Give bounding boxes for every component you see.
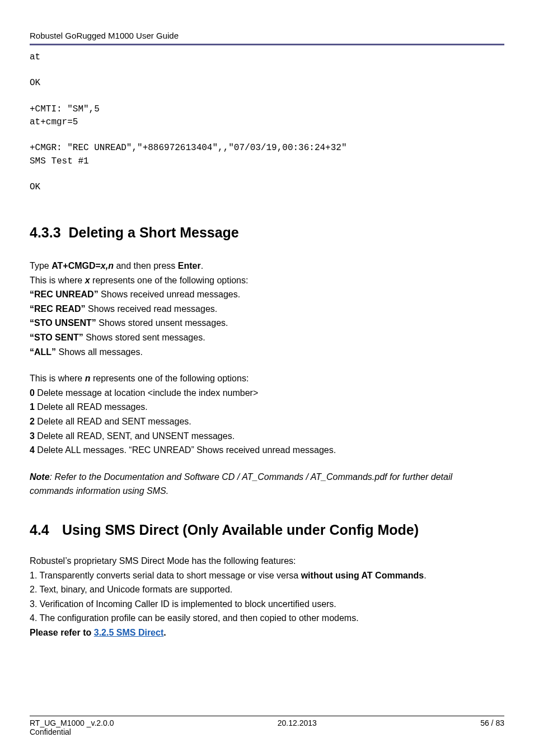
option-line: “STO SENT” Shows stored sent messages. [30, 330, 504, 345]
heading-4-3-3: 4.3.3 Deleting a Short Message [30, 225, 504, 241]
x-options: “REC UNREAD” Shows received unread messa… [30, 287, 504, 359]
option-line: “REC READ” Shows received read messages. [30, 302, 504, 316]
body-4-3-3: Type AT+CMGD=x,n and then press Enter. T… [30, 259, 504, 498]
type-line: Type AT+CMGD=x,n and then press Enter. [30, 259, 504, 273]
x-intro: This is where x represents one of the fo… [30, 273, 504, 288]
heading-title: Using SMS Direct (Only Available under C… [62, 522, 419, 538]
option-line: “ALL” Shows all messages. [30, 345, 504, 360]
page-footer: RT_UG_M1000 _v.2.0.0 20.12.2013 56 / 83 … [30, 716, 504, 736]
option-line: 4 Delete ALL messages. “REC UNREAD” Show… [30, 443, 504, 458]
option-line: 2 Delete all READ and SENT messages. [30, 414, 504, 429]
footer-right: 56 / 83 [480, 718, 504, 727]
note-line-1: Note: Refer to the Documentation and Sof… [30, 470, 504, 484]
feature-1: 1. Transparently converts serial data to… [30, 568, 504, 583]
heading-4-4: 4.4Using SMS Direct (Only Available unde… [30, 522, 504, 538]
heading-number: 4.3.3 [30, 225, 61, 240]
page: Robustel GoRugged M1000 User Guide at OK… [0, 0, 534, 756]
option-line: 3 Delete all READ, SENT, and UNSENT mess… [30, 429, 504, 444]
feature-4: 4. The configuration profile can be easi… [30, 611, 504, 626]
n-intro: This is where n represents one of the fo… [30, 371, 504, 386]
running-header: Robustel GoRugged M1000 User Guide [30, 31, 504, 40]
footer-left: RT_UG_M1000 _v.2.0.0 [30, 718, 114, 727]
footer-center: 20.12.2013 [278, 718, 317, 727]
note-line-2: commands information using SMS. [30, 484, 504, 498]
heading-title: Deleting a Short Message [69, 225, 239, 240]
option-line: 1 Delete all READ messages. [30, 400, 504, 414]
header-rule [30, 44, 504, 45]
option-line: “STO UNSENT” Shows stored unsent message… [30, 316, 504, 330]
footer-rule [30, 716, 504, 716]
option-line: 0 Delete message at location <include th… [30, 386, 504, 400]
refer-line: Please refer to 3.2.5 SMS Direct. [30, 626, 504, 640]
terminal-output: at OK +CMTI: "SM",5 at+cmgr=5 +CMGR: "RE… [30, 51, 504, 194]
footer-confidential: Confidential [30, 727, 504, 736]
option-line: “REC UNREAD” Shows received unread messa… [30, 287, 504, 302]
n-options: 0 Delete message at location <include th… [30, 386, 504, 458]
body-4-4: Robustel’s proprietary SMS Direct Mode h… [30, 554, 504, 640]
intro: Robustel’s proprietary SMS Direct Mode h… [30, 554, 504, 568]
link-sms-direct[interactable]: 3.2.5 SMS Direct [94, 628, 164, 637]
feature-2: 2. Text, binary, and Unicode formats are… [30, 582, 504, 597]
feature-3: 3. Verification of Incoming Caller ID is… [30, 597, 504, 612]
heading-number: 4.4 [30, 522, 62, 538]
